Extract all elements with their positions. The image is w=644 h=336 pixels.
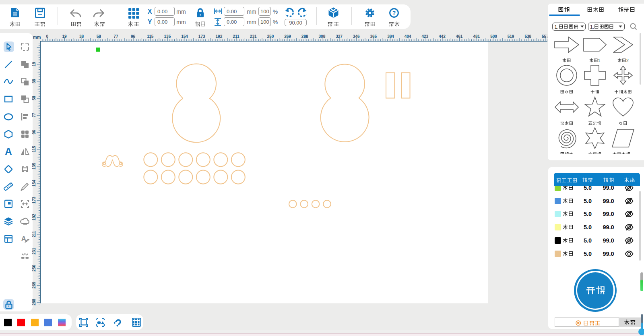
- svg-text:154: 154: [32, 180, 36, 187]
- svg-text:38: 38: [79, 34, 84, 39]
- svg-text:231: 231: [250, 34, 257, 39]
- svg-text:250: 250: [32, 265, 36, 272]
- svg-text:442: 442: [439, 34, 446, 39]
- svg-text:115: 115: [32, 146, 36, 153]
- svg-text:77: 77: [32, 113, 36, 118]
- svg-text:211: 211: [233, 34, 240, 39]
- svg-text:231: 231: [32, 248, 36, 255]
- svg-text:A: A: [5, 147, 12, 156]
- svg-text:557: 557: [542, 34, 547, 39]
- svg-text:19: 19: [32, 62, 36, 66]
- svg-text:288: 288: [32, 299, 36, 305]
- svg-text:500: 500: [490, 34, 497, 39]
- svg-text:19: 19: [62, 34, 67, 39]
- svg-text:365: 365: [370, 34, 377, 39]
- svg-text:423: 423: [421, 34, 428, 39]
- svg-text:538: 538: [524, 34, 531, 39]
- svg-text:38: 38: [32, 79, 36, 83]
- svg-text:58: 58: [97, 34, 101, 39]
- svg-text:481: 481: [473, 34, 480, 39]
- svg-text:115: 115: [147, 34, 154, 39]
- svg-text:192: 192: [216, 34, 223, 39]
- svg-text:?: ?: [392, 10, 396, 16]
- svg-text:211: 211: [32, 231, 36, 238]
- svg-text:269: 269: [284, 34, 291, 39]
- svg-text:519: 519: [508, 34, 514, 39]
- svg-text:308: 308: [319, 34, 326, 39]
- svg-text:96: 96: [32, 130, 36, 135]
- svg-text:173: 173: [198, 34, 205, 39]
- svg-text:192: 192: [32, 214, 36, 220]
- svg-text:461: 461: [456, 34, 463, 39]
- svg-text:0: 0: [46, 34, 49, 39]
- svg-text:327: 327: [336, 34, 343, 39]
- svg-text:135: 135: [164, 34, 171, 39]
- svg-text:58: 58: [32, 96, 36, 101]
- svg-text:269: 269: [32, 282, 36, 288]
- svg-text:77: 77: [114, 34, 118, 39]
- svg-text:96: 96: [131, 34, 136, 39]
- svg-text:250: 250: [267, 34, 274, 39]
- svg-text:384: 384: [387, 34, 394, 39]
- svg-text:346: 346: [353, 34, 360, 39]
- svg-text:288: 288: [301, 34, 308, 39]
- svg-text:135: 135: [32, 163, 36, 170]
- svg-text:404: 404: [405, 34, 411, 39]
- svg-text:173: 173: [32, 197, 36, 203]
- svg-text:154: 154: [181, 34, 188, 39]
